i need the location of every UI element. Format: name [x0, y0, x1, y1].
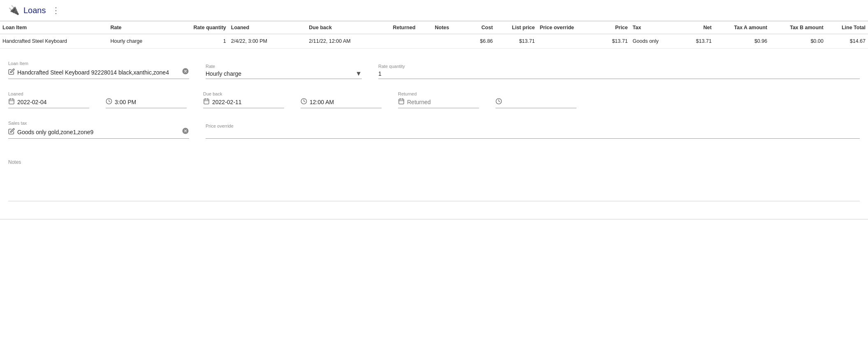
form-row-2: Loaned: [8, 91, 860, 108]
col-header-net: Net: [678, 21, 714, 34]
loan-item-clear-button[interactable]: [182, 68, 189, 77]
cell-returned: [390, 34, 432, 49]
due-back-time-input[interactable]: [310, 99, 382, 105]
svg-rect-11: [399, 99, 404, 104]
cell-line-total: $14.67: [826, 34, 868, 49]
price-override-wrapper: [206, 130, 860, 139]
col-header-price: Price: [597, 21, 630, 34]
loaned-time-input[interactable]: [115, 99, 187, 105]
returned-date-field: Returned: [398, 91, 479, 108]
rate-quantity-field: Rate quantity: [378, 64, 860, 79]
cell-loan-item: Handcrafted Steel Keyboard: [0, 34, 108, 49]
loaned-time-field: [106, 91, 187, 108]
cell-price: $13.71: [597, 34, 630, 49]
col-header-tax-a-amount: Tax A amount: [714, 21, 770, 34]
plug-icon: 🔌: [8, 5, 19, 16]
col-header-line-total: Line Total: [826, 21, 868, 34]
rate-quantity-input[interactable]: [378, 70, 860, 77]
col-header-due-back: Due back: [306, 21, 390, 34]
loaned-date-field: Loaned: [8, 91, 89, 108]
rate-select[interactable]: Hourly charge Daily charge Weekly charge: [206, 70, 354, 77]
due-back-label: Due back: [203, 91, 284, 96]
loaned-date-wrapper: [8, 98, 89, 108]
cell-rate: Hourly charge: [108, 34, 174, 49]
due-back-date-field: Due back: [203, 91, 284, 108]
col-header-list-price: List price: [495, 21, 537, 34]
sales-tax-label: Sales tax: [8, 121, 189, 126]
col-header-loaned: Loaned: [229, 21, 307, 34]
due-back-date-input[interactable]: [212, 99, 284, 105]
loan-item-value[interactable]: Handcrafted Steel Keyboard 92228014 blac…: [17, 69, 182, 76]
loan-item-field: Loan Item Handcrafted Steel Keyboard 922…: [8, 61, 189, 79]
cell-due-back: 2/11/22, 12:00 AM: [306, 34, 390, 49]
loans-table-container: Loan Item Rate Rate quantity Loaned Due …: [0, 21, 868, 49]
sales-tax-field: Sales tax Goods only gold,zone1,zone9: [8, 121, 189, 139]
svg-rect-1: [9, 99, 14, 104]
col-header-price-override: Price override: [537, 21, 597, 34]
due-back-time-label: [301, 91, 382, 96]
loaned-time-label: [106, 91, 187, 96]
form-section: Loan Item Handcrafted Steel Keyboard 922…: [0, 49, 868, 155]
price-override-label: Price override: [206, 123, 860, 128]
due-back-date-wrapper: [203, 98, 284, 108]
cell-net: $13.71: [678, 34, 714, 49]
cell-cost: $6.86: [462, 34, 495, 49]
cell-price-override: [537, 34, 597, 49]
loan-item-wrapper: Handcrafted Steel Keyboard 92228014 blac…: [8, 68, 189, 79]
table-row[interactable]: Handcrafted Steel KeyboardHourly charge1…: [0, 34, 868, 49]
cell-tax-a-amount: $0.96: [714, 34, 770, 49]
col-header-rate-quantity: Rate quantity: [174, 21, 229, 34]
sales-tax-value[interactable]: Goods only gold,zone1,zone9: [17, 129, 182, 135]
calendar-icon: [8, 98, 15, 106]
returned-date-input[interactable]: [407, 99, 479, 105]
rate-quantity-wrapper: [378, 70, 860, 79]
form-row-1: Loan Item Handcrafted Steel Keyboard 922…: [8, 61, 860, 79]
svg-rect-6: [204, 99, 209, 104]
notes-textarea[interactable]: [8, 168, 860, 201]
more-options-icon[interactable]: ⋮: [52, 5, 60, 15]
clock-icon-3: [495, 98, 502, 106]
rate-select-wrapper: Hourly charge Daily charge Weekly charge…: [206, 70, 362, 79]
cell-rate-quantity: 1: [174, 34, 229, 49]
cell-notes: [432, 34, 462, 49]
rate-field: Rate Hourly charge Daily charge Weekly c…: [206, 64, 362, 79]
sales-tax-wrapper: Goods only gold,zone1,zone9: [8, 127, 189, 139]
notes-label: Notes: [8, 159, 860, 165]
loans-table: Loan Item Rate Rate quantity Loaned Due …: [0, 21, 868, 49]
col-header-tax: Tax: [630, 21, 678, 34]
sales-tax-clear-button[interactable]: [182, 127, 189, 137]
returned-time-wrapper: [495, 98, 576, 108]
cell-loaned: 2/4/22, 3:00 PM: [229, 34, 307, 49]
due-back-time-field: [301, 91, 382, 108]
rate-quantity-label: Rate quantity: [378, 64, 860, 69]
loan-item-label: Loan Item: [8, 61, 189, 66]
rate-label: Rate: [206, 64, 362, 69]
loaned-label: Loaned: [8, 91, 89, 96]
cell-list-price: $13.71: [495, 34, 537, 49]
due-back-time-wrapper: [301, 98, 382, 108]
col-header-loan-item: Loan Item: [0, 21, 108, 34]
col-header-cost: Cost: [462, 21, 495, 34]
price-override-input[interactable]: [206, 130, 860, 137]
returned-time-input[interactable]: [505, 99, 576, 105]
form-row-3: Sales tax Goods only gold,zone1,zone9: [8, 121, 860, 139]
cell-tax-b-amount: $0.00: [770, 34, 826, 49]
col-header-rate: Rate: [108, 21, 174, 34]
bottom-divider: [0, 219, 868, 219]
returned-time-label: [495, 91, 576, 96]
clock-icon: [106, 98, 112, 106]
returned-label: Returned: [398, 91, 479, 96]
calendar-icon-2: [203, 98, 210, 106]
col-header-notes: Notes: [432, 21, 462, 34]
edit-icon: [8, 68, 15, 76]
loaned-date-input[interactable]: [17, 99, 89, 105]
price-override-field: Price override: [206, 123, 860, 139]
clock-icon-2: [301, 98, 307, 106]
cell-tax: Goods only: [630, 34, 678, 49]
col-header-tax-b-amount: Tax B amount: [770, 21, 826, 34]
col-header-returned: Returned: [390, 21, 432, 34]
returned-time-field: [495, 91, 576, 108]
returned-date-wrapper: [398, 98, 479, 108]
notes-section: Notes: [0, 155, 868, 211]
edit-icon-2: [8, 128, 15, 136]
